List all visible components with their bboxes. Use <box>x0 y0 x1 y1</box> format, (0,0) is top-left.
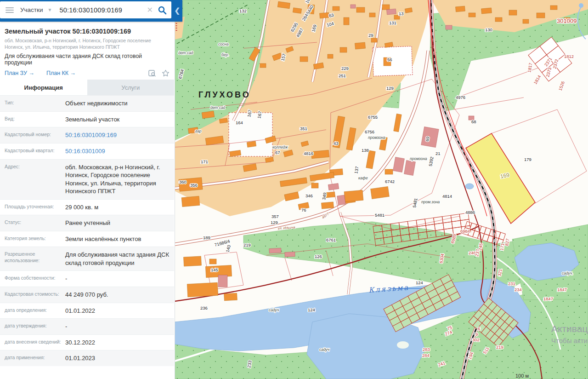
card-action-icons <box>148 69 170 77</box>
row-label: Тип: <box>0 96 63 111</box>
search-box: Участки ▼ ✕ <box>0 1 171 18</box>
map-label: 138 <box>362 148 369 153</box>
map-label: 124 <box>308 307 315 312</box>
map-label: 1847 <box>557 287 567 292</box>
row-label: Площадь уточненная: <box>0 200 63 215</box>
row-value: 44 249 070 руб. <box>63 287 174 303</box>
map-label: 4886 <box>465 210 475 215</box>
row-label: Адрес: <box>0 160 63 199</box>
row-label: Категория земель: <box>0 231 63 247</box>
row-label: дата внесения сведений: <box>0 335 63 350</box>
activation-watermark: Активация Чтобы активи <box>551 323 588 345</box>
table-row: Кадастровый квартал:50:16:0301009 <box>0 143 174 159</box>
map-label: 132 <box>239 8 247 13</box>
map-label: 171 <box>201 159 208 164</box>
map-label: 124 <box>416 280 423 285</box>
map-label: 356 <box>190 183 198 188</box>
map-label: 130 <box>485 27 492 32</box>
row-value: Ранее учтенный <box>63 215 174 231</box>
map-label: 6755 <box>368 115 378 120</box>
scale-label: 100 м <box>515 373 529 379</box>
map-label: 126 <box>315 254 322 259</box>
map-label: дет сад <box>178 51 193 55</box>
clear-search-icon[interactable]: ✕ <box>147 6 153 14</box>
map-label: 145 <box>211 267 218 272</box>
map-label: сосна <box>218 42 229 46</box>
table-row: Статус:Ранее учтенный <box>0 215 174 231</box>
map-label: 4814 <box>442 194 452 199</box>
map-label: 179 <box>524 157 531 162</box>
map-label: 284 <box>422 353 430 358</box>
map-label: 129 <box>271 220 278 225</box>
table-row: дата применения:01.01.2023 <box>0 350 174 366</box>
map-label: 9 <box>475 332 478 337</box>
table-row: Вид:Земельный участок <box>0 111 174 127</box>
parcel-card: Земельный участок 50:16:0301009:169 обл.… <box>0 22 174 366</box>
row-label: Кадастровая стоимость: <box>0 287 63 303</box>
map-label: 164 <box>236 120 243 125</box>
plan-links-row: План ЗУ → План КК → <box>5 69 170 77</box>
collapse-panel-icon[interactable]: ❮ <box>174 6 180 15</box>
map-label: 43 <box>334 141 339 146</box>
table-row: Кадастровый номер:50:16:0301009:169 <box>0 127 174 143</box>
star-favorite-icon[interactable] <box>162 69 170 77</box>
chevron-down-icon[interactable]: ▼ <box>48 7 52 12</box>
tab-services[interactable]: Услуги <box>87 80 175 95</box>
row-value-link[interactable]: 50:16:0301009:169 <box>63 127 174 143</box>
map-label: 283 <box>423 347 430 352</box>
row-value-link[interactable]: 50:16:0301009 <box>63 144 174 159</box>
map-label: 360 <box>179 179 187 184</box>
tab-information[interactable]: Информация <box>0 80 87 95</box>
row-label: Форма собственности: <box>0 271 63 287</box>
row-value: - <box>63 271 174 287</box>
row-value: обл. Московская, р-н Ногинский, г. Ногин… <box>63 160 174 199</box>
row-value: Земельный участок <box>63 112 174 127</box>
map-label: 236 <box>200 305 208 310</box>
map-label: 231 <box>508 281 515 286</box>
row-label: Статус: <box>0 215 63 231</box>
map-label: 69 <box>424 136 430 142</box>
row-value: Земли населённых пунктов <box>63 231 174 247</box>
row-label: Кадастровый номер: <box>0 127 63 143</box>
search-icon[interactable] <box>158 6 167 15</box>
map-label: колледж <box>272 145 288 149</box>
map-label: промзона <box>368 135 385 140</box>
plan-zu-link[interactable]: План ЗУ → <box>5 70 34 76</box>
plan-kk-link[interactable]: План КК → <box>46 70 76 76</box>
map-label: садуч <box>269 308 279 312</box>
parcel-purpose: Для обслуживания части здания ДСК склад … <box>5 53 170 66</box>
row-value: Объект недвижимости <box>63 96 174 111</box>
search-category-select[interactable]: Участки <box>20 6 43 13</box>
map-label: 219 <box>243 242 251 247</box>
table-row: Тип:Объект недвижимости <box>0 95 174 111</box>
map-label: промзона <box>410 156 427 161</box>
map-label: 6756 <box>365 129 374 134</box>
parcel-56 <box>373 46 413 76</box>
row-value: - <box>63 319 174 334</box>
map-label: 76 <box>301 207 306 212</box>
row-label: дата применения: <box>0 350 63 366</box>
map-label: 129 <box>386 86 394 91</box>
table-row: дата внесения сведений:30.12.2022 <box>0 334 174 350</box>
map-label: 302 <box>472 337 480 342</box>
table-row: Категория земель:Земли населённых пункто… <box>0 231 174 247</box>
table-row: Форма собственности:- <box>0 270 174 287</box>
map-label: 5481 <box>375 212 384 218</box>
map-label: кафе <box>358 176 368 180</box>
map-label: пром.зона <box>421 200 440 204</box>
search-bar: Участки ▼ ✕ ❮ <box>0 0 182 22</box>
map-label: 6984 <box>460 229 470 234</box>
table-row: Разрешенное использование:Для обслуживан… <box>0 247 174 270</box>
menu-icon[interactable] <box>6 7 14 13</box>
preview-document-icon[interactable] <box>148 70 156 77</box>
map-label: 4976 <box>456 95 465 100</box>
map-canvas[interactable]: 132соснабер.дет саддет сад67841095440264… <box>175 0 588 379</box>
row-label: Вид: <box>0 112 63 127</box>
row-value: 29 000 кв. м <box>63 200 174 215</box>
search-input[interactable] <box>58 6 147 14</box>
tab-bar: ИнформацияУслуги <box>0 80 174 95</box>
map-label: 6 <box>478 326 480 331</box>
map-label: 346 <box>305 193 313 198</box>
map-label: 351 <box>300 126 307 131</box>
map-label: дет сад <box>210 105 226 110</box>
